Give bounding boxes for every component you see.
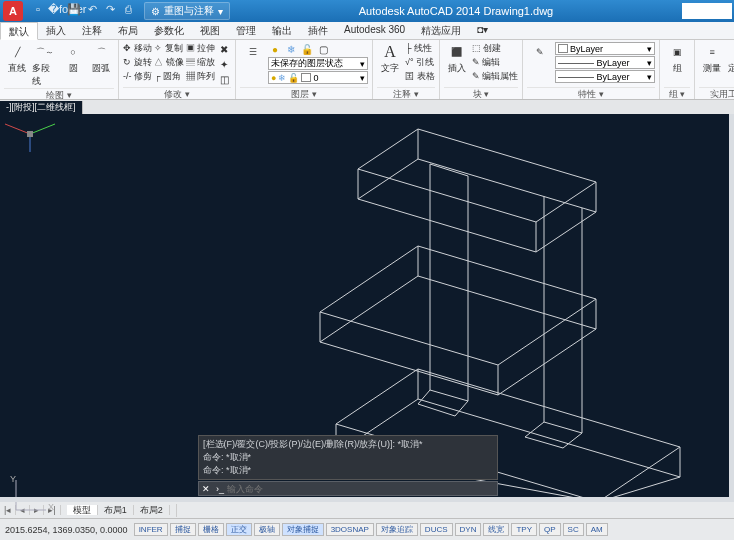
offset-icon[interactable]: ◫ (217, 72, 231, 86)
ribbon-tab[interactable]: 视图 (192, 22, 228, 39)
panel-label[interactable]: 组 ▾ (664, 87, 690, 99)
modify-tool[interactable]: ▣ 拉伸 (186, 42, 216, 55)
lineweight-dropdown[interactable]: ———— ByLayer▾ (555, 56, 655, 69)
chevron-down-icon: ▾ (360, 73, 365, 83)
layer-props-button[interactable]: ☰ (240, 42, 266, 62)
lock-icon[interactable]: 🔓 (300, 42, 314, 56)
color-swatch[interactable]: ▢ (316, 42, 330, 56)
status-toggle-SC[interactable]: SC (563, 523, 584, 536)
modify-tool[interactable]: ┌ 圆角 (154, 70, 184, 83)
drawing-canvas[interactable]: Y X [栏选(F)/覆交(C)/投影(P)/边(E)/删除(R)/放弃(U)]… (0, 114, 734, 502)
panel-label[interactable]: 图层 ▾ (240, 87, 368, 99)
panel-label[interactable]: 绘图 ▾ (4, 88, 114, 100)
panel-label[interactable]: 注释 ▾ (377, 87, 435, 99)
modify-tool[interactable]: ▦ 阵列 (186, 70, 216, 83)
status-toggle-3DOSNAP[interactable]: 3DOSNAP (326, 523, 374, 536)
edit-block-button[interactable]: ✎ 编辑 (472, 56, 519, 69)
command-line[interactable]: ✕ ›_ (198, 481, 498, 496)
view-gizmo[interactable] (0, 114, 60, 154)
draw-tool-圆弧[interactable]: ⌒圆弧 (88, 42, 114, 75)
text-button[interactable]: A文字 (377, 42, 403, 75)
measure-button[interactable]: ≡测量 (699, 42, 725, 75)
ribbon-tab[interactable]: 管理 (228, 22, 264, 39)
ribbon-tab[interactable]: 精选应用 (413, 22, 469, 39)
command-input[interactable] (227, 484, 497, 494)
panel-layer: ☰ ●❄🔓▢ 未保存的图层状态▾ ●❄🔓0▾ 图层 ▾ (236, 40, 373, 99)
color-dropdown[interactable]: ByLayer▾ (555, 42, 655, 55)
document-tabs: -][附投][二维线框] (0, 100, 734, 114)
layout-tab[interactable]: 布局2 (134, 505, 170, 515)
chevron-icon[interactable]: ›_ (213, 484, 227, 494)
ribbon-tab[interactable]: Autodesk 360 (336, 22, 413, 39)
ribbon-tab[interactable]: 布局 (110, 22, 146, 39)
layer-current-dropdown[interactable]: ●❄🔓0▾ (268, 71, 368, 84)
status-toggle-INFER[interactable]: INFER (134, 523, 168, 536)
status-toggle-对象追踪[interactable]: 对象追踪 (376, 523, 418, 536)
erase-icon[interactable]: ✖ (217, 42, 231, 56)
chevron-down-icon: ▾ (360, 59, 365, 69)
redo-icon[interactable]: ↷ (102, 3, 118, 19)
status-toggle-QP[interactable]: QP (539, 523, 561, 536)
panel-label[interactable]: 实用工具 ▾ (699, 87, 734, 99)
save-icon[interactable]: 💾 (66, 3, 82, 19)
status-bar: 2015.6254, 1369.0350, 0.0000 INFER捕捉栅格正交… (0, 518, 734, 540)
bulb-icon[interactable]: ● (268, 42, 282, 56)
match-props-button[interactable]: ✎ (527, 42, 553, 62)
scrollbar-vertical[interactable] (729, 114, 734, 497)
panel-label[interactable]: 修改 ▾ (123, 87, 231, 99)
panel-label[interactable]: 特性 ▾ (527, 87, 655, 99)
close-icon[interactable]: ✕ (199, 484, 213, 494)
insert-button[interactable]: ⬛插入 (444, 42, 470, 75)
status-toggle-栅格[interactable]: 栅格 (198, 523, 224, 536)
modify-tool[interactable]: ↻ 旋转 (123, 56, 152, 69)
modify-tool[interactable]: ✥ 移动 (123, 42, 152, 55)
modify-tool[interactable]: ✧ 复制 (154, 42, 184, 55)
status-toggle-AM[interactable]: AM (586, 523, 608, 536)
status-toggle-TPY[interactable]: TPY (511, 523, 537, 536)
panel-label[interactable]: 块 ▾ (444, 87, 519, 99)
status-toggle-对象捕捉[interactable]: 对象捕捉 (282, 523, 324, 536)
ribbon-tab[interactable]: ◘▾ (469, 22, 496, 39)
scrollbar-horizontal[interactable] (0, 497, 734, 502)
status-toggle-DUCS[interactable]: DUCS (420, 523, 453, 536)
doc-tab[interactable]: -][附投][二维线框] (0, 101, 83, 114)
explode-icon[interactable]: ✦ (217, 57, 231, 71)
window-title: Autodesk AutoCAD 2014 Drawing1.dwg (230, 5, 682, 17)
ribbon-tab[interactable]: 注释 (74, 22, 110, 39)
create-block-button[interactable]: ⬚ 创建 (472, 42, 519, 55)
status-toggle-DYN[interactable]: DYN (455, 523, 482, 536)
status-toggle-线宽[interactable]: 线宽 (483, 523, 509, 536)
status-toggle-极轴[interactable]: 极轴 (254, 523, 280, 536)
ribbon-tab[interactable]: 默认 (0, 22, 38, 40)
workspace-dropdown[interactable]: ⚙ 重图与注释 ▾ (144, 2, 230, 20)
table-button[interactable]: 囯 表格 (405, 70, 435, 83)
app-logo[interactable]: A (3, 1, 23, 21)
draw-tool-圆[interactable]: ○圆 (60, 42, 86, 75)
modify-tool[interactable]: -/- 修剪 (123, 70, 152, 83)
group-button[interactable]: ▣组 (664, 42, 690, 75)
undo-icon[interactable]: ↶ (84, 3, 100, 19)
modify-tool[interactable]: ▤ 缩放 (186, 56, 216, 69)
open-icon[interactable]: �folder (48, 3, 64, 19)
linear-dim-button[interactable]: ├ 线性 (405, 42, 435, 55)
ribbon-tab[interactable]: 输出 (264, 22, 300, 39)
ribbon-tab[interactable]: 参数化 (146, 22, 192, 39)
freeze-icon[interactable]: ❄ (284, 42, 298, 56)
edit-attr-button[interactable]: ✎ 编辑属性 (472, 70, 519, 83)
leader-button[interactable]: √° 引线 (405, 56, 435, 69)
layout-tab[interactable]: 布局1 (98, 505, 134, 515)
print-icon[interactable]: ⎙ (120, 3, 136, 19)
new-icon[interactable]: ▫ (30, 3, 46, 19)
draw-tool-多段线[interactable]: ⌒～多段线 (32, 42, 58, 88)
status-toggle-捕捉[interactable]: 捕捉 (170, 523, 196, 536)
divide-button[interactable]: ⊟定距等分 (727, 42, 734, 75)
layer-state-dropdown[interactable]: 未保存的图层状态▾ (268, 57, 368, 70)
ribbon-tab[interactable]: 插入 (38, 22, 74, 39)
help-search[interactable] (682, 3, 732, 19)
ribbon-tab[interactable]: 插件 (300, 22, 336, 39)
linetype-dropdown[interactable]: ———— ByLayer▾ (555, 70, 655, 83)
layout-tab[interactable]: 模型 (67, 505, 98, 515)
status-toggle-正交[interactable]: 正交 (226, 523, 252, 536)
modify-tool[interactable]: △ 镜像 (154, 56, 184, 69)
draw-tool-直线[interactable]: ╱直线 (4, 42, 30, 75)
